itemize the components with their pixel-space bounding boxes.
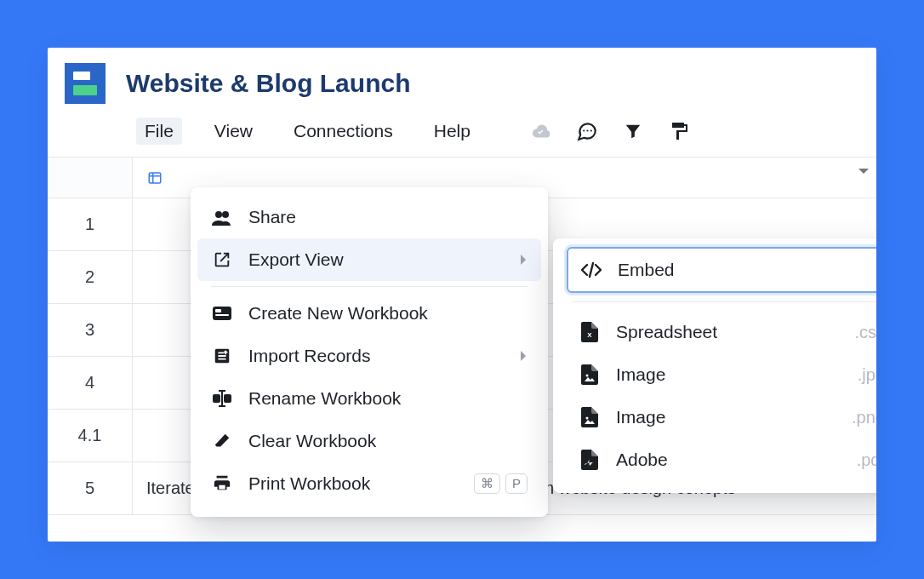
export-icon [211,249,233,271]
svg-rect-10 [224,394,231,403]
kbd-key: ⌘ [474,473,500,494]
submenu-item-image-jpg[interactable]: Image .jpg [567,353,876,396]
menu-item-rename-workbook[interactable]: Rename Workbook [191,377,548,420]
file-extension: .jpg [858,365,876,385]
file-dropdown-menu: Share Export View Create New Workbook Im… [191,187,548,517]
share-icon [211,206,233,228]
svg-rect-3 [149,173,161,183]
eraser-icon [211,430,233,452]
row-label-header [48,158,133,198]
svg-point-1 [586,129,588,131]
menu-help[interactable]: Help [425,118,479,145]
format-paint-icon[interactable] [668,120,690,142]
menu-item-export-view[interactable]: Export View [197,238,541,281]
menu-connections[interactable]: Connections [285,118,402,145]
menu-view[interactable]: View [206,118,261,145]
menu-separator [572,301,876,302]
svg-rect-12 [219,390,225,392]
menu-item-print-workbook[interactable]: Print Workbook ⌘ P [191,462,548,505]
row-label[interactable]: 2 [48,251,133,304]
menu-item-label: Create New Workbook [248,303,428,324]
row-label[interactable]: 3 [48,304,133,357]
menu-item-label: Export View [248,249,344,270]
chevron-right-icon [519,350,528,362]
submenu-item-image-png[interactable]: Image .png [567,396,876,439]
workbook-title[interactable]: Website & Blog Launch [126,69,410,98]
workbook-icon [211,302,233,324]
column-menu-caret-icon[interactable] [858,168,870,176]
file-extension: .png [852,408,876,427]
svg-point-16 [586,417,589,420]
svg-point-2 [590,129,592,131]
submenu-item-label: Embed [618,260,675,280]
row-labels: 1 2 3 4 4.1 5 [48,158,133,515]
print-icon [211,473,233,495]
svg-rect-11 [221,391,223,406]
file-image-icon [579,406,601,428]
svg-rect-13 [219,405,225,407]
svg-point-15 [586,375,589,377]
menu-item-label: Rename Workbook [248,388,401,409]
comments-icon[interactable] [576,120,598,142]
svg-point-5 [222,211,229,218]
menu-item-create-workbook[interactable]: Create New Workbook [191,292,548,335]
chevron-right-icon [519,254,528,266]
submenu-item-label: Adobe [616,450,668,470]
menubar: File View Connections Help [48,104,876,157]
column-type-icon [146,169,163,186]
menu-item-share[interactable]: Share [191,196,548,238]
menu-item-label: Share [248,207,296,227]
filter-icon[interactable] [622,120,644,142]
submenu-item-label: Image [616,407,665,427]
row-label[interactable]: 4.1 [48,410,133,462]
submenu-item-label: Spreadsheet [616,322,717,342]
import-icon [211,345,233,367]
app-logo [65,63,106,104]
rename-icon [211,387,233,410]
keyboard-shortcut: ⌘ P [474,473,528,494]
embed-icon [580,259,602,281]
cloud-sync-icon[interactable] [530,120,552,142]
file-extension: .pdf [857,450,876,470]
header: Website & Blog Launch [48,48,876,104]
menu-item-label: Import Records [248,346,371,366]
svg-rect-8 [215,314,229,316]
menu-separator [211,286,528,287]
svg-text:X: X [587,331,592,339]
menu-item-clear-workbook[interactable]: Clear Workbook [191,420,548,462]
row-label[interactable]: 5 [48,462,133,515]
svg-rect-6 [213,307,231,320]
menu-item-label: Clear Workbook [248,431,376,451]
svg-rect-7 [215,309,221,312]
file-csv-icon: X [579,321,601,343]
submenu-item-label: Image [616,364,665,385]
submenu-item-adobe-pdf[interactable]: Adobe .pdf [567,439,876,481]
file-image-icon [579,364,601,386]
row-label[interactable]: 4 [48,357,133,410]
export-submenu: Embed X Spreadsheet .csv Image .jpg Imag… [553,238,876,493]
submenu-item-embed[interactable]: Embed [567,247,876,293]
menu-item-label: Print Workbook [248,473,370,494]
svg-point-4 [215,211,222,218]
menu-file[interactable]: File [136,118,182,145]
svg-point-0 [583,129,585,131]
row-label[interactable]: 1 [48,198,133,251]
app-window: Website & Blog Launch File View Connecti… [48,48,876,542]
menu-item-import-records[interactable]: Import Records [191,335,548,377]
submenu-item-spreadsheet-csv[interactable]: X Spreadsheet .csv [567,311,876,353]
file-pdf-icon [579,449,601,471]
file-extension: .csv [854,323,876,342]
svg-rect-9 [213,394,220,403]
kbd-key: P [505,473,528,494]
